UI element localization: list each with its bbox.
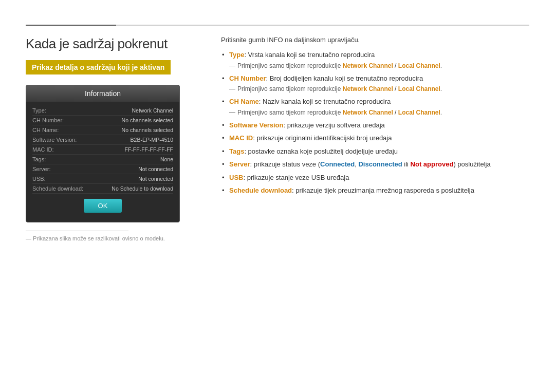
row-value-chnum: No channels selected (122, 117, 173, 123)
text-type: : Vrsta kanala koji se trenutačno reprod… (244, 51, 375, 59)
text-chnum: : Broj dodijeljen kanalu koji se trenuta… (266, 74, 423, 82)
row-label-tags: Tags: (32, 156, 84, 162)
row-value-softver: B2B-EP-MP-4510 (131, 137, 173, 143)
list-item: CH Number: Broj dodijeljen kanalu koji s… (221, 73, 529, 94)
row-label-server: Server: (32, 166, 84, 172)
row-value-usb: Not connected (138, 176, 173, 182)
intro-text: Pritisnite gumb INFO na daljinskom uprav… (221, 36, 529, 44)
row-value-tags: None (160, 156, 173, 162)
text-chname: : Naziv kanala koji se trenutačno reprod… (259, 98, 391, 105)
row-label-usb: USB: (32, 176, 84, 182)
text-server2: ) poslužitelja (453, 160, 490, 168)
network-channel-link3: Network Channel (343, 109, 393, 116)
term-macid: MAC ID (229, 134, 253, 142)
ok-button-row: OK (32, 194, 173, 218)
list-item: Schedule download: prikazuje tijek preuz… (221, 185, 529, 196)
term-schedule: Schedule download (229, 186, 292, 194)
term-softver: Software Version (229, 121, 283, 129)
dialog-body: Type: Network Channel CH Number: No chan… (26, 102, 179, 222)
text-usb: : prikazuje stanje veze USB uređaja (243, 174, 349, 181)
local-channel-link2: Local Channel (398, 85, 440, 92)
main-content: Kada je sadržaj pokrenut Prikaz detalja … (26, 36, 529, 366)
table-row: Server: Not connected (32, 164, 173, 174)
sub-item-type: Primjenjivo samo tijekom reprodukcije Ne… (229, 61, 529, 70)
term-tags: Tags (229, 147, 244, 155)
list-item: Type: Vrsta kanala koji se trenutačno re… (221, 50, 529, 70)
bottom-divider (26, 231, 128, 231)
term-type: Type (229, 51, 244, 59)
local-channel-link: Local Channel (398, 62, 440, 69)
table-row: MAC ID: FF-FF-FF-FF-FF-FF (32, 145, 173, 155)
sub-item-chnum: Primjenjivo samo tijekom reprodukcije Ne… (229, 84, 529, 94)
row-value-macid: FF-FF-FF-FF-FF-FF (125, 146, 173, 153)
list-item: MAC ID: prikazuje originalni identifikac… (221, 133, 529, 143)
row-value-type: Network Channel (132, 107, 173, 114)
connected-text: Connected (320, 160, 355, 168)
text-macid: : prikazuje originalni identifikacijski … (253, 134, 392, 142)
highlight-label: Prikaz detalja o sadržaju koji je aktiva… (26, 60, 171, 74)
row-label-chnum: CH Number: (32, 117, 84, 123)
local-channel-link3: Local Channel (398, 109, 440, 116)
table-row: Software Version: B2B-EP-MP-4510 (32, 135, 173, 145)
term-server: Server (229, 160, 250, 168)
row-label-type: Type: (32, 107, 84, 114)
ili-text: ili (402, 160, 411, 168)
dialog-title: Information (26, 85, 179, 102)
term-usb: USB (229, 174, 243, 181)
term-chname: CH Name (229, 98, 259, 105)
text-softver: : prikazuje verziju softvera uređaja (283, 121, 384, 129)
table-row: Schedule download: No Schedule to downlo… (32, 184, 173, 194)
ok-button[interactable]: OK (84, 199, 122, 213)
table-row: CH Name: No channels selected (32, 125, 173, 135)
top-divider (26, 25, 529, 26)
bullet-list: Type: Vrsta kanala koji se trenutačno re… (221, 50, 529, 196)
row-label-chname: CH Name: (32, 127, 84, 133)
table-row: CH Number: No channels selected (32, 116, 173, 125)
row-label-macid: MAC ID: (32, 146, 84, 153)
table-row: USB: Not connected (32, 174, 173, 184)
left-panel: Kada je sadržaj pokrenut Prikaz detalja … (26, 36, 190, 366)
bottom-note: — Prikazana slika može se razlikovati ov… (26, 235, 190, 241)
row-label-softver: Software Version: (32, 137, 84, 143)
text-server: : prikazuje status veze ( (250, 160, 320, 168)
list-item: Software Version: prikazuje verziju soft… (221, 120, 529, 130)
info-dialog: Information Type: Network Channel CH Num… (26, 85, 180, 222)
text-schedule: : prikazuje tijek preuzimanja mrežnog ra… (292, 186, 474, 194)
table-row: Tags: None (32, 155, 173, 164)
term-chnum: CH Number (229, 74, 266, 82)
row-value-sched: No Schedule to download (112, 185, 173, 192)
sub-item-chname: Primjenjivo samo tijekom reprodukcije Ne… (229, 108, 529, 117)
right-panel: Pritisnite gumb INFO na daljinskom uprav… (221, 36, 529, 366)
table-row: Type: Network Channel (32, 106, 173, 116)
notapproved-text: Not approved (411, 160, 454, 168)
list-item: USB: prikazuje stanje veze USB uređaja (221, 173, 529, 183)
disconnected-text: Disconnected (358, 160, 402, 168)
list-item: Server: prikazuje status veze (Connected… (221, 159, 529, 170)
page-title: Kada je sadržaj pokrenut (26, 36, 190, 52)
row-label-sched: Schedule download: (32, 185, 84, 192)
text-tags: : postavke oznaka koje poslužitelj dodje… (244, 147, 397, 155)
list-item: Tags: postavke oznaka koje poslužitelj d… (221, 146, 529, 157)
network-channel-link2: Network Channel (343, 85, 393, 92)
row-value-chname: No channels selected (122, 127, 173, 133)
list-item: CH Name: Naziv kanala koji se trenutačno… (221, 97, 529, 117)
network-channel-link: Network Channel (343, 62, 393, 69)
row-value-server: Not connected (138, 166, 173, 172)
